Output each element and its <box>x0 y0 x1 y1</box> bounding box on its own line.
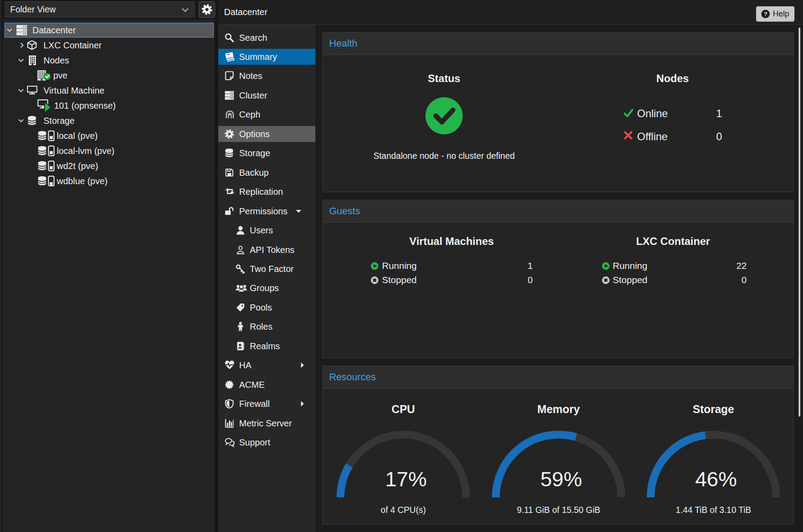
svg-text:?: ? <box>764 11 767 17</box>
